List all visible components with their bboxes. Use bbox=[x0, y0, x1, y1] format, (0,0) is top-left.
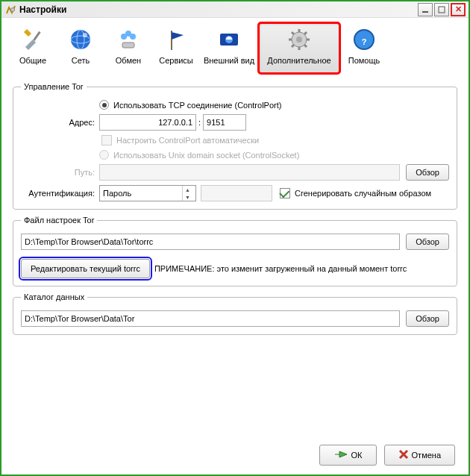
tab-network-label: Сеть bbox=[72, 56, 90, 65]
browse-torrc-button[interactable]: Обзор bbox=[406, 234, 449, 250]
socket-path-input bbox=[99, 164, 400, 181]
svg-point-11 bbox=[125, 31, 131, 37]
gear-icon bbox=[287, 28, 311, 51]
cancel-label: Отмена bbox=[412, 451, 441, 460]
browse-socket-button[interactable]: Обзор bbox=[406, 164, 449, 181]
svg-point-16 bbox=[296, 37, 302, 43]
svg-point-7 bbox=[83, 33, 87, 37]
ip-input[interactable] bbox=[99, 114, 196, 131]
radio-use-tcp-label: Использовать TCP соединение (ControlPort… bbox=[113, 101, 281, 110]
edit-torrc-button[interactable]: Редактировать текущий torrc bbox=[21, 259, 150, 278]
help-icon: ? bbox=[352, 28, 376, 51]
checkbox-gen-random[interactable] bbox=[280, 188, 290, 198]
tab-help-label: Помощь bbox=[348, 56, 380, 65]
app-icon bbox=[4, 4, 16, 16]
toolbar: Общие Сеть Обмен Сервисы Внешний вид bbox=[1, 18, 469, 74]
svg-rect-2 bbox=[439, 7, 445, 13]
radio-use-unix-label: Использовать Unix domain socket (Control… bbox=[113, 151, 299, 160]
minimize-button[interactable] bbox=[418, 3, 433, 16]
path-label: Путь: bbox=[21, 168, 99, 177]
cancel-button[interactable]: Отмена bbox=[384, 445, 455, 466]
gen-random-label: Сгенерировать случайным образом bbox=[295, 189, 431, 198]
sharing-icon bbox=[116, 28, 140, 51]
svg-line-21 bbox=[292, 32, 294, 34]
cancel-icon bbox=[398, 449, 409, 461]
check-arrow-icon bbox=[333, 449, 348, 461]
ok-label: ОК bbox=[351, 451, 363, 460]
tab-services[interactable]: Сервисы bbox=[152, 22, 200, 74]
ip-port-sep: : bbox=[196, 118, 203, 127]
svg-text:?: ? bbox=[362, 37, 367, 46]
auth-password-input bbox=[201, 185, 272, 201]
checkbox-auto-config bbox=[101, 135, 112, 145]
torrc-path-input[interactable] bbox=[21, 234, 400, 250]
radio-use-unix bbox=[99, 150, 109, 160]
svg-point-0 bbox=[11, 7, 15, 11]
tab-advanced[interactable]: Дополнительное bbox=[258, 22, 340, 74]
tab-sharing[interactable]: Обмен bbox=[104, 22, 152, 74]
close-button[interactable]: ✕ bbox=[451, 3, 466, 16]
auth-method-value: Пароль bbox=[103, 189, 131, 198]
appearance-icon bbox=[217, 28, 241, 51]
address-label: Адрес: bbox=[21, 118, 99, 127]
svg-rect-8 bbox=[122, 43, 134, 48]
globe-icon bbox=[69, 28, 93, 51]
tab-network[interactable]: Сеть bbox=[57, 22, 104, 74]
browse-datadir-button[interactable]: Обзор bbox=[406, 310, 449, 327]
tab-help[interactable]: ? Помощь bbox=[340, 22, 388, 74]
tab-appearance-label: Внешний вид bbox=[204, 56, 254, 65]
tab-general[interactable]: Общие bbox=[9, 22, 57, 74]
datadir-path-input[interactable] bbox=[21, 310, 400, 327]
radio-use-tcp[interactable] bbox=[99, 100, 109, 110]
svg-line-22 bbox=[304, 45, 307, 47]
group-datadir: Каталог данных Обзор bbox=[13, 292, 457, 335]
group-torrc: Файл настроек Tor Обзор Редактировать те… bbox=[13, 216, 457, 286]
port-input[interactable] bbox=[203, 114, 246, 131]
flag-icon bbox=[164, 28, 188, 51]
tab-general-label: Общие bbox=[19, 56, 46, 65]
group-datadir-legend: Каталог данных bbox=[21, 292, 87, 301]
ok-button[interactable]: ОК bbox=[319, 445, 377, 466]
tab-services-label: Сервисы bbox=[159, 56, 193, 65]
svg-point-4 bbox=[71, 30, 90, 49]
tab-sharing-label: Обмен bbox=[116, 56, 141, 65]
tab-appearance[interactable]: Внешний вид bbox=[200, 22, 258, 74]
svg-line-23 bbox=[292, 45, 294, 47]
titlebar: Настройки ✕ bbox=[1, 1, 469, 18]
window-title: Настройки bbox=[19, 4, 66, 15]
torrc-note: ПРИМЕЧАНИЕ: это изменит загруженный на д… bbox=[154, 264, 407, 273]
tab-advanced-label: Дополнительное bbox=[267, 56, 330, 65]
tools-icon bbox=[21, 28, 45, 51]
group-tor-control-legend: Управление Tor bbox=[21, 82, 87, 91]
svg-rect-3 bbox=[33, 31, 40, 41]
group-torrc-legend: Файл настроек Tor bbox=[21, 216, 97, 225]
group-tor-control: Управление Tor Использовать TCP соединен… bbox=[13, 82, 457, 210]
svg-line-24 bbox=[304, 32, 307, 34]
maximize-button[interactable] bbox=[434, 3, 449, 16]
auto-config-label: Настроить ControlPort автоматически bbox=[116, 136, 259, 145]
auth-method-select[interactable]: Пароль ▲▼ bbox=[99, 185, 196, 201]
auth-label: Аутентификация: bbox=[21, 189, 99, 198]
